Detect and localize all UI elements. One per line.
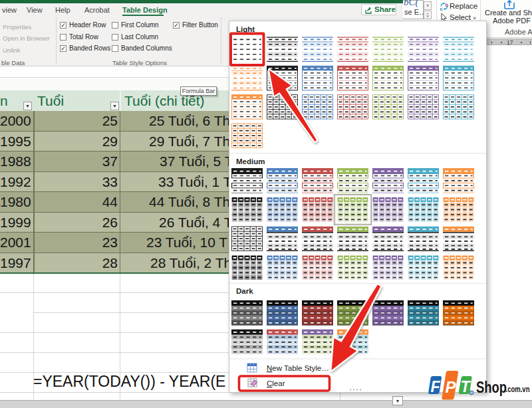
svg-text:.com.vn: .com.vn xyxy=(506,385,530,394)
svg-text:Shop: Shop xyxy=(476,379,507,396)
svg-text:P: P xyxy=(446,378,457,396)
svg-text:F: F xyxy=(431,378,441,395)
